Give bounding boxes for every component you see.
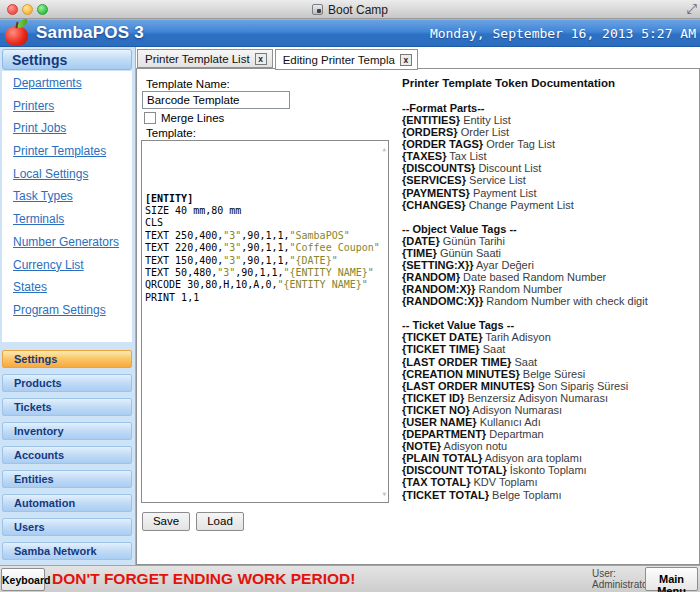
doc-entry: {CHANGES} Change Payment List	[402, 199, 697, 211]
doc-entry: {RANDOM:X}} Random Number	[402, 283, 697, 295]
code-line: TEXT 150,400,"3",90,1,1,"{DATE}"	[145, 255, 374, 267]
work-period-warning: DON'T FORGET ENDING WORK PERIOD!	[52, 570, 355, 588]
keyboard-button[interactable]: Keyboard	[1, 568, 45, 591]
sidebar-link-states[interactable]: States	[13, 280, 132, 303]
sidebar-link-departments[interactable]: Departments	[13, 76, 132, 99]
app-title: SambaPOS 3	[36, 23, 144, 43]
sidebar-link-task-types[interactable]: Task Types	[13, 189, 132, 212]
sidebar-link-currency-list[interactable]: Currency List	[13, 258, 132, 281]
doc-entry: {ORDER TAGS} Order Tag List	[402, 138, 697, 150]
code-line: TEXT 250,400,"3",90,1,1,"SambaPOS"	[145, 230, 374, 242]
doc-entry: {SERVICES} Service List	[402, 174, 697, 186]
load-button[interactable]: Load	[196, 512, 244, 531]
datetime: Monday, September 16, 2013 5:27 AM	[430, 26, 696, 41]
doc-entry: {DEPARTMENT} Departman	[402, 428, 697, 440]
template-label: Template:	[146, 127, 196, 139]
nav-button-samba-network[interactable]: Samba Network	[2, 542, 132, 560]
tab-strip: Printer Template ListxEditing Printer Te…	[137, 49, 700, 69]
scrollbar-down-icon[interactable]: ▼	[382, 488, 386, 500]
code-line: SIZE 40 mm,80 mm	[145, 205, 374, 217]
code-line: [ENTITY]	[145, 193, 374, 205]
doc-section-heading: -- Ticket Value Tags --	[402, 319, 697, 331]
sidebar-nav-buttons: SettingsProductsTicketsInventoryAccounts…	[2, 350, 132, 566]
nav-button-tickets[interactable]: Tickets	[2, 398, 132, 416]
merge-lines-checkbox[interactable]	[144, 112, 156, 124]
tab-label: Editing Printer Templa	[283, 54, 395, 66]
sidebar-link-print-jobs[interactable]: Print Jobs	[13, 121, 132, 144]
doc-entry: {RANDOMC:X}} Random Number with check di…	[402, 295, 697, 307]
sidebar-link-local-settings[interactable]: Local Settings	[13, 167, 132, 190]
code-line: CLS	[145, 217, 374, 229]
doc-entry: {ENTITIES} Entity List	[402, 114, 697, 126]
scrollbar-up-icon[interactable]: ▲	[382, 143, 386, 155]
doc-entry: {TIME} Günün Saati	[402, 247, 697, 259]
template-name-label: Template Name:	[146, 78, 230, 90]
user-label: User:	[592, 568, 651, 579]
sidebar-link-printer-templates[interactable]: Printer Templates	[13, 144, 132, 167]
sidebar-link-terminals[interactable]: Terminals	[13, 212, 132, 235]
sidebar-link-number-generators[interactable]: Number Generators	[13, 235, 132, 258]
doc-entry: {CREATION MINUTES} Belge Süresi	[402, 368, 697, 380]
code-line: QRCODE 30,80,H,10,A,0,"{ENTITY NAME}"	[145, 279, 374, 291]
doc-entry: {PAYMENTS} Payment List	[402, 187, 697, 199]
bootcamp-icon	[312, 4, 323, 15]
doc-entry: {RANDOM} Date based Random Number	[402, 271, 697, 283]
doc-entry: {TICKET ID} Benzersiz Adisyon Numarası	[402, 392, 697, 404]
doc-panel: Printer Template Token Documentation --F…	[402, 77, 697, 501]
tab-printer-template-list[interactable]: Printer Template Listx	[137, 49, 273, 68]
doc-entry: {LAST ORDER TIME} Saat	[402, 356, 697, 368]
doc-title: Printer Template Token Documentation	[402, 77, 697, 89]
sidebar-link-printers[interactable]: Printers	[13, 99, 132, 122]
template-code: [ENTITY]SIZE 40 mm,80 mmCLSTEXT 250,400,…	[145, 193, 374, 305]
main-menu-button[interactable]: Main Menu	[645, 567, 698, 591]
sidebar-title: Settings	[2, 49, 132, 70]
mac-titlebar: Boot Camp ⤢	[0, 0, 700, 19]
user-info: User: Administrator	[592, 568, 651, 590]
doc-entry: {TICKET NO} Adisyon Numarası	[402, 404, 697, 416]
nav-button-settings[interactable]: Settings	[2, 350, 132, 368]
code-line: PRINT 1,1	[145, 292, 374, 304]
doc-entry: {USER NAME} Kullanıcı Adı	[402, 416, 697, 428]
tab-label: Printer Template List	[145, 53, 250, 65]
nav-button-automation[interactable]: Automation	[2, 494, 132, 512]
doc-section-heading: --Format Parts--	[402, 102, 697, 114]
app-header: SambaPOS 3 Monday, September 16, 2013 5:…	[0, 19, 700, 47]
code-line: TEXT 220,400,"3",90,1,1,"Coffee Coupon"	[145, 242, 374, 254]
doc-entry: {TICKET DATE} Tarih Adisyon	[402, 331, 697, 343]
template-name-input[interactable]	[142, 91, 290, 109]
sidebar-link-program-settings[interactable]: Program Settings	[13, 303, 132, 326]
doc-entry: {TICKET TIME} Saat	[402, 343, 697, 355]
doc-entry: {LAST ORDER MINUTES} Son Sipariş Süresi	[402, 380, 697, 392]
doc-entry: {SETTING:X}} Ayar Değeri	[402, 259, 697, 271]
tab-close-icon[interactable]: x	[400, 54, 412, 66]
doc-entry: {TAXES} Tax List	[402, 150, 697, 162]
doc-entry: {PLAIN TOTAL} Adisyon ara toplamı	[402, 452, 697, 464]
nav-button-entities[interactable]: Entities	[2, 470, 132, 488]
nav-button-inventory[interactable]: Inventory	[2, 422, 132, 440]
doc-section-heading: -- Object Value Tags --	[402, 223, 697, 235]
merge-lines-label: Merge Lines	[161, 112, 224, 124]
window-title: Boot Camp	[328, 3, 388, 17]
template-editor[interactable]: ▲ ▼ [ENTITY]SIZE 40 mm,80 mmCLSTEXT 250,…	[141, 140, 389, 503]
main-area: Printer Template ListxEditing Printer Te…	[136, 47, 700, 565]
nav-button-users[interactable]: Users	[2, 518, 132, 536]
doc-entry: {DISCOUNTS} Discount List	[402, 162, 697, 174]
sambapos-logo-icon	[4, 20, 30, 47]
doc-entry: {DISCOUNT TOTAL} İskonto Toplamı	[402, 464, 697, 476]
doc-entry: {NOTE} Adisyon notu	[402, 440, 697, 452]
nav-button-accounts[interactable]: Accounts	[2, 446, 132, 464]
tab-close-icon[interactable]: x	[255, 53, 267, 65]
user-name: Administrator	[592, 579, 651, 590]
doc-entry: {TICKET TOTAL} Belge Toplamı	[402, 489, 697, 501]
sidebar-links: DepartmentsPrintersPrint JobsPrinter Tem…	[2, 71, 132, 342]
tab-editing-printer-templa[interactable]: Editing Printer Templax	[275, 49, 418, 70]
bottom-bar: Keyboard DON'T FORGET ENDING WORK PERIOD…	[0, 565, 700, 592]
save-button[interactable]: Save	[142, 512, 190, 531]
code-line: TEXT 50,480,"3",90,1,1,"{ENTITY NAME}"	[145, 267, 374, 279]
doc-entry: {DATE} Günün Tarihi	[402, 235, 697, 247]
doc-entry: {ORDERS} Order List	[402, 126, 697, 138]
sidebar: Settings DepartmentsPrintersPrint JobsPr…	[0, 47, 136, 565]
editing-panel: Template Name: Merge Lines Template: ▲ ▼…	[136, 68, 700, 565]
nav-button-products[interactable]: Products	[2, 374, 132, 392]
resize-grip-icon[interactable]: ⤢	[687, 1, 697, 17]
